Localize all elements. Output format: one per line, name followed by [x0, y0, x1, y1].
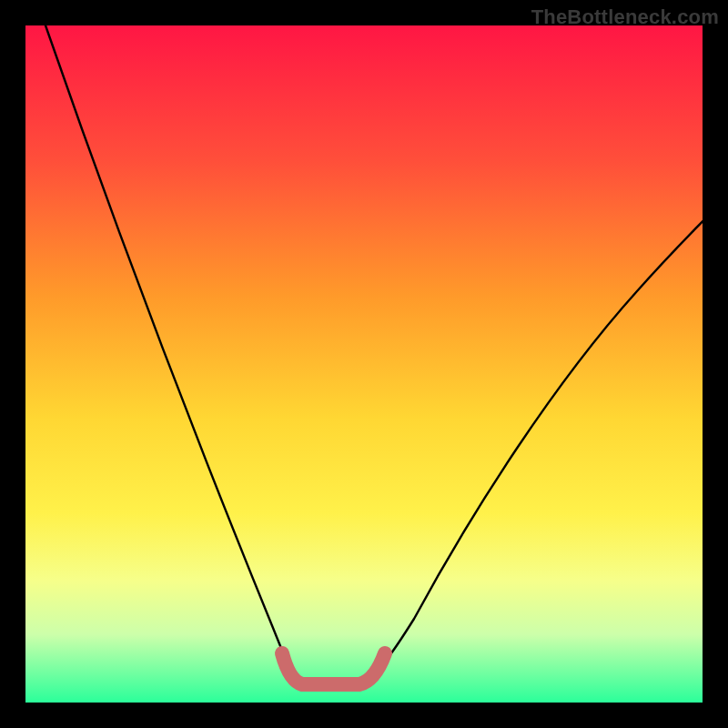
chart-frame: TheBottleneck.com [0, 0, 728, 728]
watermark-text: TheBottleneck.com [531, 5, 719, 29]
bottleneck-chart [0, 0, 728, 728]
plot-area [25, 25, 703, 703]
